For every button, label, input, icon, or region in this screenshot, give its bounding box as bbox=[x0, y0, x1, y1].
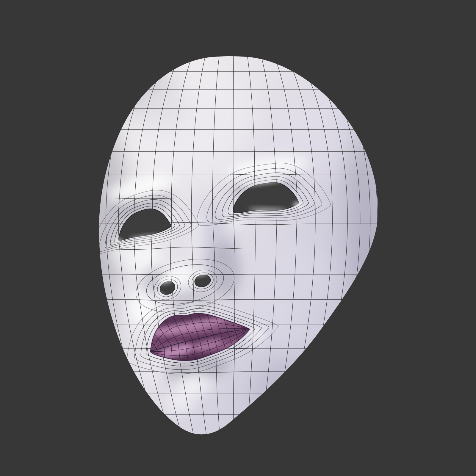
3d-viewport-canvas[interactable] bbox=[0, 0, 476, 476]
viewport[interactable] bbox=[0, 0, 476, 476]
